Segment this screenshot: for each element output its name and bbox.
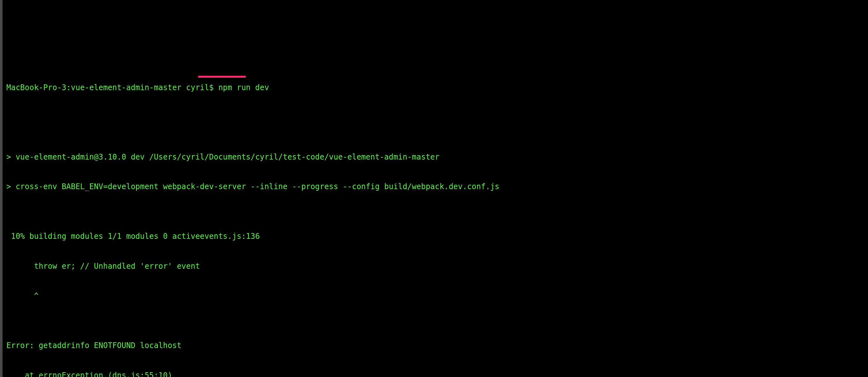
error-line: Error: getaddrinfo ENOTFOUND localhost bbox=[6, 341, 862, 350]
prompt-host: MacBook-Pro-3:vue-element-admin-master c… bbox=[6, 83, 218, 92]
window-left-border bbox=[0, 0, 3, 377]
output-line: throw er; // Unhandled 'error' event bbox=[6, 262, 862, 271]
output-line: ^ bbox=[6, 291, 862, 301]
prompt-line: MacBook-Pro-3:vue-element-admin-master c… bbox=[6, 83, 862, 93]
error-line: at errnoException (dns.js:55:10) bbox=[6, 371, 862, 377]
output-line: > cross-env BABEL_ENV=development webpac… bbox=[6, 182, 862, 192]
prompt-command: npm run dev bbox=[218, 83, 269, 92]
output-line: > vue-element-admin@3.10.0 dev /Users/cy… bbox=[6, 152, 862, 162]
output-line: 10% building modules 1/1 modules 0 activ… bbox=[6, 232, 862, 241]
terminal-output[interactable]: MacBook-Pro-3:vue-element-admin-master c… bbox=[6, 63, 862, 377]
command-underline-annotation bbox=[198, 76, 246, 78]
